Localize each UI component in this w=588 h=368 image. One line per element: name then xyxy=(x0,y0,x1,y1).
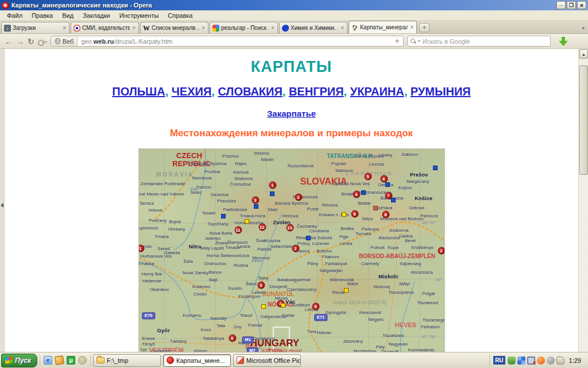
tab[interactable]: Карпаты_минерал...× xyxy=(349,21,417,33)
map-locality-marker-5: 5 xyxy=(364,173,372,181)
tab[interactable]: Загрузки× xyxy=(1,22,69,33)
tab[interactable]: Список мнералв ...× xyxy=(140,22,208,33)
tab-close-icon[interactable]: × xyxy=(340,25,345,31)
back-button[interactable]: ← xyxy=(5,36,13,47)
web-badge[interactable]: Веб xyxy=(51,36,78,46)
address-bar[interactable]: Веб geo.web.ru/druza/L-Karpaty.htm ★ xyxy=(51,36,404,47)
country-link-2[interactable]: ЧЕХИЯ xyxy=(172,85,211,98)
task-button-label: Карпаты_мине... xyxy=(176,357,225,364)
map-locality-marker-3: 3 xyxy=(252,197,259,204)
map-city-label: Tornaľa xyxy=(355,232,371,236)
map-city-label: Šváb xyxy=(256,239,266,243)
task-button-label: F:\_tmp xyxy=(107,357,128,364)
map-city-label: Félhalom xyxy=(421,325,440,329)
tab[interactable]: СМИ, издательств...× xyxy=(71,22,139,33)
menu-item-закладки[interactable]: Закладки xyxy=(78,12,115,20)
reload-button[interactable]: ↻ xyxy=(28,36,34,47)
tray-net-icon[interactable] xyxy=(517,356,525,365)
map-city-label: Gyöngyös xyxy=(325,310,346,315)
globe-icon xyxy=(55,38,61,44)
tray-shield-icon[interactable] xyxy=(508,356,516,365)
task-button[interactable]: Microsoft Office Pic... xyxy=(233,354,301,367)
map-city-label: Esztergom xyxy=(238,294,260,299)
map-city-label: Iliašovce xyxy=(335,168,353,173)
target-icon xyxy=(74,25,80,32)
search-field[interactable]: ▾ Искать в Google xyxy=(407,36,551,47)
map-city-label: Gyömöre xyxy=(152,349,171,352)
tab[interactable]: Химия и Химики. ...× xyxy=(279,22,347,33)
close-button[interactable] xyxy=(577,1,586,9)
scroll-up-arrow-icon[interactable]: ▲ xyxy=(579,49,588,59)
quick-launch-mu-icon[interactable] xyxy=(67,356,75,365)
tray-orange-icon[interactable] xyxy=(537,356,545,365)
country-link-3[interactable]: СЛОВАКИЯ xyxy=(218,85,282,98)
map-region-label: M O R A V I A xyxy=(156,172,192,178)
map-city-label: Sabinov xyxy=(401,152,418,157)
task-button[interactable]: F:\_tmp xyxy=(93,354,161,367)
map-city-label: Figa xyxy=(339,235,349,239)
tab-close-icon[interactable]: × xyxy=(201,25,206,31)
minimize-button[interactable] xyxy=(556,1,566,9)
menu-item-правка[interactable]: Правка xyxy=(27,12,57,20)
vertical-scrollbar[interactable]: ▲ xyxy=(578,49,588,352)
menu-item-инструменты[interactable]: Инструменты xyxy=(115,12,164,20)
quick-launch-dim-icon[interactable] xyxy=(78,356,87,365)
map-road-badge-e71: E71 xyxy=(314,314,327,321)
map-city-label: Alsószuha xyxy=(378,236,400,240)
language-indicator[interactable]: RU xyxy=(493,356,505,365)
panel-toggle-icon[interactable] xyxy=(1,203,3,208)
map-city-label: Ondrochov xyxy=(204,262,226,266)
country-link-5[interactable]: УКРАИНА xyxy=(350,85,404,98)
tab-close-icon[interactable]: × xyxy=(131,25,136,31)
map-city-label: Diósjenő xyxy=(269,285,287,289)
new-tab-button[interactable]: + xyxy=(419,23,430,32)
search-engine-chevron-icon[interactable]: ▾ xyxy=(418,39,420,44)
map-city-label: Prešov xyxy=(410,172,428,178)
bookmark-star-icon[interactable]: ★ xyxy=(392,37,403,45)
map-city-label: Príboj xyxy=(297,241,310,246)
menu-item-вид[interactable]: Вид xyxy=(57,12,78,20)
url-text[interactable]: geo.web.ru/druza/L-Karpaty.htm xyxy=(78,38,391,45)
map-city-label: Košice xyxy=(415,195,432,201)
country-link-4[interactable]: ВЕНГРИЯ xyxy=(289,85,344,98)
tab-close-icon[interactable]: × xyxy=(409,24,414,30)
carpathians-map-image: CZECHREPUBLICM O R A V I AC A R P A T H … xyxy=(138,148,445,352)
map-city-label: Tata xyxy=(216,324,225,328)
quick-launch-paint-icon[interactable] xyxy=(55,355,64,365)
map-city-label: Miskolc xyxy=(378,274,399,279)
menu-item-справка[interactable]: Справка xyxy=(163,12,197,20)
tray-display-icon[interactable] xyxy=(527,356,535,365)
tab-close-icon[interactable]: × xyxy=(62,25,67,31)
map-city-label: Lučenec xyxy=(312,241,329,246)
country-link-1[interactable]: ПОЛЬША xyxy=(112,85,165,98)
restore-button[interactable] xyxy=(567,1,576,9)
zakarpattia-link[interactable]: Закарпатье xyxy=(267,109,316,118)
tab-label: Химия и Химики. ... xyxy=(291,25,338,31)
quick-launch-ie-icon[interactable] xyxy=(44,356,52,365)
tab-list-chevron-icon[interactable]: ▾ xyxy=(582,25,587,31)
map-city-label: Ružomberok xyxy=(288,164,314,168)
scrollbar-thumb[interactable] xyxy=(579,66,588,175)
tab-close-icon[interactable]: × xyxy=(270,25,275,31)
tray-mouse-icon[interactable] xyxy=(556,356,564,365)
task-button[interactable]: Карпаты_мине... xyxy=(163,354,231,367)
task-button-label: Microsoft Office Pic... xyxy=(246,357,301,364)
panel-splitter[interactable] xyxy=(0,49,5,352)
forward-button[interactable]: → xyxy=(16,36,24,47)
tab[interactable]: реальгар - Поиск ...× xyxy=(210,22,278,33)
map-city-label: Naszály xyxy=(210,316,226,321)
map-city-label: Strečno xyxy=(254,151,270,156)
menu-item-файл[interactable]: Файл xyxy=(2,12,27,20)
map-city-label: Trnavá Hora xyxy=(239,214,265,218)
download-arrow-button[interactable] xyxy=(559,37,568,46)
key-icon[interactable] xyxy=(38,39,47,44)
page-subtitle: Местонахождения минералов и примеры нахо… xyxy=(5,128,578,139)
map-yellow-square-marker xyxy=(281,303,285,308)
tray-grey-icon[interactable] xyxy=(547,356,555,365)
taskbar-clock: 1:29 xyxy=(567,357,583,364)
start-button[interactable]: Пуск xyxy=(1,354,37,367)
map-city-label: Zemianske Podhradie xyxy=(141,182,185,186)
map-city-label: Šahy xyxy=(258,276,268,281)
map-city-label: Tiszafüred xyxy=(382,334,404,338)
country-link-6[interactable]: РУМЫНИЯ xyxy=(411,85,471,98)
